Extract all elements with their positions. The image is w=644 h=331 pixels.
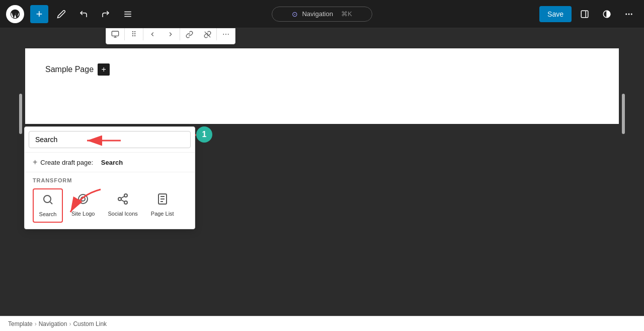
site-logo-transform-icon [77,193,89,208]
svg-point-17 [81,197,85,201]
search-transform-label: Search [39,211,57,218]
search-input[interactable] [29,131,191,148]
site-logo-transform-label: Site Logo [71,210,95,217]
list-view-button[interactable] [119,5,137,23]
svg-rect-9 [112,31,118,36]
svg-point-8 [631,13,632,15]
content-block: ⠿ ⋯ [25,48,619,124]
svg-point-6 [625,13,627,15]
search-transform-icon [42,193,54,209]
transform-section: TRANSFORM Search [25,172,195,229]
top-toolbar: + ⊙ Navigation ⌘K [0,0,644,28]
svg-point-20 [124,201,127,204]
search-dropdown: + Create draft page: Search TRANSFORM Se… [24,126,195,229]
breadcrumb-navigation[interactable]: Navigation [39,320,67,327]
svg-point-19 [118,197,121,201]
create-draft-option[interactable]: + Create draft page: Search [25,153,195,172]
save-button[interactable]: Save [539,6,572,22]
breadcrumb-template[interactable]: Template [8,320,33,327]
sample-page-label: Sample Page [45,65,94,74]
more-options-button[interactable] [620,5,638,23]
page-list-transform-label: Page List [151,210,174,217]
transform-page-list-item[interactable]: Page List [146,188,179,223]
social-icons-transform-label: Social Icons [108,210,137,217]
wordpress-logo [6,5,24,23]
dropdown-search-container [25,127,195,153]
svg-rect-3 [581,11,588,18]
redo-button[interactable] [97,5,115,23]
svg-line-15 [50,202,52,204]
center-navigation: ⊙ Navigation ⌘K [272,7,372,22]
transform-site-logo-item[interactable]: Site Logo [67,188,99,223]
svg-point-18 [124,194,127,197]
contrast-button[interactable] [598,5,616,23]
status-bar: Template › Navigation › Custom Link [0,316,644,331]
svg-point-14 [44,195,51,203]
svg-line-21 [121,200,125,202]
page-list-transform-icon [156,193,169,208]
right-toolbar: Save [539,5,638,23]
breadcrumb-custom-link[interactable]: Custom Link [73,320,107,327]
transform-items-row: Search Site Logo [33,188,187,223]
transform-search-item[interactable]: Search [33,188,63,223]
svg-point-7 [628,13,630,15]
toggle-sidebar-button[interactable] [576,5,594,23]
sample-page-row: Sample Page + [45,63,599,76]
nav-shortcut: ⌘K [341,10,352,18]
add-block-button[interactable]: + [30,5,48,23]
nav-circle-icon: ⊙ [292,10,298,18]
create-plus-icon: + [33,158,37,167]
create-bold-text: Search [101,159,123,166]
svg-point-16 [78,194,88,204]
step-1-circle: 1 [196,126,212,143]
breadcrumb-sep-1: › [35,320,37,327]
transform-label: TRANSFORM [33,177,187,183]
draw-tool-button[interactable] [52,5,70,23]
undo-button[interactable] [74,5,93,23]
nav-title: Navigation [302,10,333,18]
nav-pill[interactable]: ⊙ Navigation ⌘K [272,7,372,22]
svg-line-22 [121,196,125,198]
right-scrollbar[interactable] [622,94,625,134]
add-page-button[interactable]: + [98,63,110,76]
transform-social-icons-item[interactable]: Social Icons [103,188,142,223]
social-icons-transform-icon [117,193,129,208]
create-prefix: Create draft page: [40,159,93,166]
canvas-area: ⠿ ⋯ [0,28,644,316]
left-scrollbar[interactable] [19,94,22,134]
breadcrumb-sep-2: › [69,320,71,327]
